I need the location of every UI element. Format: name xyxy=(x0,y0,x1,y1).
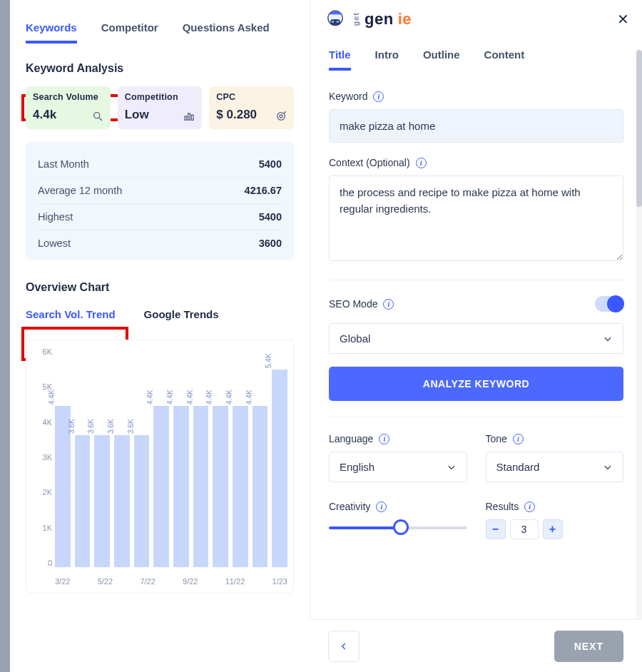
chevron-down-icon xyxy=(447,462,457,472)
results-value[interactable]: 3 xyxy=(510,519,539,539)
right-panel: get genie ✕ Title Intro Outline Content … xyxy=(310,0,642,672)
card-label: CPC xyxy=(216,92,287,102)
tab-competitor[interactable]: Competitor xyxy=(101,21,158,44)
language-label: Language xyxy=(329,433,373,444)
chart-bar: 4.4K xyxy=(213,406,228,567)
keyword-label: Keyword xyxy=(329,91,367,102)
seo-mode-toggle[interactable] xyxy=(595,296,623,312)
target-icon xyxy=(275,111,287,122)
seo-mode-label: SEO Mode xyxy=(329,298,377,310)
tab-outline[interactable]: Outline xyxy=(423,49,460,71)
genie-mascot-icon xyxy=(323,7,347,31)
svg-point-5 xyxy=(277,113,285,121)
creativity-label: Creativity xyxy=(329,501,370,512)
chart-bar: 4.4K xyxy=(193,406,209,567)
info-icon[interactable]: i xyxy=(524,502,535,512)
stat-row: Highest5400 xyxy=(38,204,282,230)
back-button[interactable] xyxy=(328,631,360,662)
chart: 6K5K4K3K2K1K0 4.4K3.6K3.6K3.6K3.6K4.4K4.… xyxy=(26,340,294,594)
left-gutter xyxy=(0,0,10,672)
info-icon[interactable]: i xyxy=(373,91,384,102)
tab-keywords[interactable]: Keywords xyxy=(26,21,77,44)
chart-bar: 4.4K xyxy=(233,406,248,567)
region-select[interactable]: Global xyxy=(329,323,623,354)
footer: NEXT xyxy=(310,619,642,672)
brand-logo: get genie xyxy=(323,7,412,31)
tab-title[interactable]: Title xyxy=(329,49,351,71)
close-button[interactable]: ✕ xyxy=(617,11,629,28)
chart-plot: 4.4K3.6K3.6K3.6K3.6K4.4K4.4K4.4K4.4K4.4K… xyxy=(55,347,287,567)
chart-y-axis: 6K5K4K3K2K1K0 xyxy=(31,347,52,567)
left-panel: Keywords Competitor Questions Asked Keyw… xyxy=(10,0,310,672)
info-icon[interactable]: i xyxy=(383,299,394,310)
chevron-down-icon xyxy=(603,334,613,344)
stat-row: Last Month5400 xyxy=(38,151,282,178)
info-icon[interactable]: i xyxy=(376,502,387,512)
chart-bar: 4.4K xyxy=(173,406,189,567)
chart-bar: 3.6K xyxy=(75,435,91,567)
chart-bar: 4.4K xyxy=(153,406,169,567)
card-cpc: CPC $ 0.280 xyxy=(209,86,294,129)
svg-rect-2 xyxy=(185,116,187,120)
chart-x-axis: 3/225/227/229/2211/221/23 xyxy=(55,577,287,586)
chart-bar: 3.6K xyxy=(94,435,110,567)
results-minus-button[interactable]: − xyxy=(486,519,506,539)
svg-point-10 xyxy=(337,21,339,23)
chevron-down-icon xyxy=(603,462,613,472)
svg-line-1 xyxy=(99,118,102,121)
left-tabs: Keywords Competitor Questions Asked xyxy=(10,0,310,49)
bars-icon xyxy=(183,111,195,122)
subtab-google-trends[interactable]: Google Trends xyxy=(144,308,219,330)
info-icon[interactable]: i xyxy=(379,434,389,444)
stat-row: Average 12 month4216.67 xyxy=(38,178,282,204)
next-button[interactable]: NEXT xyxy=(554,631,623,662)
chevron-left-icon xyxy=(339,641,349,651)
stats-box: Last Month5400Average 12 month4216.67Hig… xyxy=(26,142,294,260)
chart-bar: 4.4K xyxy=(253,406,268,567)
tone-select[interactable]: Standard xyxy=(486,452,624,482)
search-icon xyxy=(92,111,103,122)
results-stepper: − 3 + xyxy=(486,519,624,539)
creativity-slider[interactable] xyxy=(329,519,467,536)
language-select[interactable]: English xyxy=(329,452,467,482)
card-label: Search Volume xyxy=(33,92,103,102)
svg-point-6 xyxy=(280,115,282,118)
metric-cards: Search Volume 4.4k Competition Low CPC $… xyxy=(10,75,310,129)
context-label: Context (Optional) xyxy=(329,157,410,168)
brand-sub: get xyxy=(352,12,360,26)
tab-content[interactable]: Content xyxy=(484,49,525,71)
info-icon[interactable]: i xyxy=(416,158,427,168)
chart-bar: 5.4K xyxy=(272,370,287,567)
keyword-input[interactable] xyxy=(329,109,623,143)
tone-label: Tone xyxy=(486,433,507,444)
results-label: Results xyxy=(486,501,519,512)
chart-bar: 3.6K xyxy=(114,435,130,567)
svg-rect-4 xyxy=(192,115,194,120)
subtab-search-vol-trend[interactable]: Search Vol. Trend xyxy=(26,308,116,330)
svg-point-0 xyxy=(93,113,99,118)
card-competition: Competition Low xyxy=(118,86,203,129)
stat-row: Lowest3600 xyxy=(38,230,282,256)
tab-questions[interactable]: Questions Asked xyxy=(183,21,270,44)
keyword-analysis-title: Keyword Analysis xyxy=(26,62,123,75)
svg-rect-3 xyxy=(188,113,190,120)
region-value: Global xyxy=(340,332,370,345)
results-plus-button[interactable]: + xyxy=(543,519,563,539)
analyze-keyword-button[interactable]: ANALYZE KEYWORD xyxy=(329,367,623,401)
info-icon[interactable]: i xyxy=(513,434,524,444)
tab-intro[interactable]: Intro xyxy=(375,49,399,71)
chart-bar: 3.6K xyxy=(134,435,150,567)
overview-chart-title: Overview Chart xyxy=(26,281,310,294)
card-search-volume: Search Volume 4.4k xyxy=(26,86,111,129)
card-label: Competition xyxy=(125,92,195,102)
context-input[interactable] xyxy=(329,175,623,261)
scrollbar-thumb[interactable] xyxy=(636,50,642,207)
svg-point-9 xyxy=(332,21,334,23)
